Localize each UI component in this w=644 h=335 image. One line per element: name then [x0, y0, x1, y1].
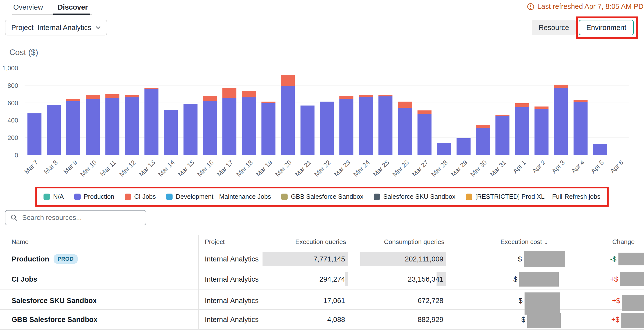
bar-segment-ci-jobs[interactable]	[534, 107, 549, 109]
project-filter-dropdown[interactable]: Project Internal Analytics	[5, 20, 107, 36]
bar-group[interactable]: Mar 30	[473, 68, 492, 155]
bar-segment-ci-jobs[interactable]	[340, 96, 354, 99]
bar-segment-production[interactable]	[456, 138, 470, 155]
bar-segment-ci-jobs[interactable]	[66, 99, 80, 101]
bar-group[interactable]: Apr 4	[571, 68, 590, 155]
bar-segment-production[interactable]	[261, 103, 275, 155]
table-row[interactable]: Salesforce SKU SandboxInternal Analytics…	[0, 289, 644, 310]
legend-item[interactable]: CI Jobs	[124, 193, 156, 200]
resource-toggle-button[interactable]: Resource	[532, 20, 576, 35]
legend-item[interactable]: GBB Salesforce Sandbox	[281, 193, 363, 200]
bar-group[interactable]: Mar 20	[278, 68, 298, 155]
resource-name-link[interactable]: GBB Salesforce Sandbox	[12, 315, 98, 324]
bar-group[interactable]: Mar 10	[83, 68, 102, 155]
bar-segment-production[interactable]	[164, 110, 178, 155]
bar-group[interactable]: Mar 23	[337, 68, 356, 155]
bar-segment-production[interactable]	[476, 128, 490, 155]
bar-group[interactable]: Mar 29	[454, 68, 473, 155]
bar-group[interactable]: Mar 22	[317, 68, 336, 155]
bar-segment-ci-jobs[interactable]	[261, 102, 275, 103]
tab-overview[interactable]: Overview	[12, 0, 44, 14]
bar-group[interactable]: Mar 8	[44, 68, 64, 155]
bar-group[interactable]: Apr 6	[610, 68, 629, 155]
bar-group[interactable]: Mar 31	[493, 68, 512, 155]
bar-group[interactable]: Mar 25	[376, 68, 395, 155]
bar-group[interactable]: Mar 18	[239, 68, 258, 155]
bar-segment-production[interactable]	[359, 97, 373, 155]
search-box[interactable]	[5, 210, 146, 225]
bar-segment-ci-jobs[interactable]	[125, 95, 139, 97]
bar-group[interactable]: Mar 9	[64, 68, 83, 155]
bar-group[interactable]: Mar 24	[356, 68, 376, 155]
bar-segment-production[interactable]	[593, 144, 607, 155]
search-resources-input[interactable]	[22, 213, 141, 222]
bar-segment-ci-jobs[interactable]	[417, 110, 432, 114]
bar-group[interactable]: Mar 27	[415, 68, 434, 155]
bar-segment-production[interactable]	[203, 101, 217, 155]
bar-segment-ci-jobs[interactable]	[203, 96, 217, 101]
bar-segment-ci-jobs[interactable]	[476, 125, 490, 128]
bar-group[interactable]: Apr 1	[512, 68, 532, 155]
bar-segment-ci-jobs[interactable]	[86, 95, 100, 99]
bar-segment-production[interactable]	[340, 99, 354, 155]
bar-segment-production[interactable]	[320, 102, 334, 155]
bar-group[interactable]: Mar 7	[24, 68, 44, 155]
bar-segment-production[interactable]	[47, 105, 61, 155]
bar-segment-ci-jobs[interactable]	[554, 85, 568, 88]
bar-group[interactable]: Mar 11	[102, 68, 122, 155]
bar-segment-production[interactable]	[183, 104, 198, 155]
legend-item[interactable]: Salesforce SKU Sandbox	[374, 193, 455, 200]
bar-segment-production[interactable]	[86, 99, 100, 155]
legend-item[interactable]: [RESTRICTED] Prod XL -- Full-Refresh job…	[466, 193, 600, 200]
resource-name-link[interactable]: CI Jobs	[12, 275, 37, 283]
bar-segment-ci-jobs[interactable]	[574, 100, 588, 102]
bar-segment-production[interactable]	[281, 86, 295, 155]
resource-name-link[interactable]: Salesforce SKU Sandbox	[12, 297, 97, 305]
legend-item[interactable]: N/A	[44, 193, 64, 200]
bar-segment-ci-jobs[interactable]	[515, 103, 529, 107]
bar-group[interactable]: Apr 2	[532, 68, 551, 155]
bar-group[interactable]: Mar 17	[220, 68, 239, 155]
bar-segment-ci-jobs[interactable]	[242, 91, 256, 97]
legend-item[interactable]: Production	[74, 193, 114, 200]
col-header-project[interactable]: Project	[198, 235, 267, 249]
sort-descending-icon[interactable]: ↓	[544, 238, 548, 246]
bar-group[interactable]: Mar 19	[258, 68, 278, 155]
table-row[interactable]: ProductionPRODInternal Analytics7,771,14…	[0, 249, 644, 269]
bar-segment-production[interactable]	[242, 97, 256, 155]
bar-segment-production[interactable]	[66, 101, 80, 155]
bar-segment-ci-jobs[interactable]	[359, 95, 373, 97]
col-header-consumption-queries[interactable]: Consumption queries	[348, 235, 446, 249]
legend-item[interactable]: Development - Maintenance Jobs	[166, 193, 271, 200]
col-header-name[interactable]: Name	[0, 235, 198, 249]
bar-segment-production[interactable]	[496, 116, 510, 155]
col-header-execution-queries[interactable]: Execution queries	[267, 235, 348, 249]
bar-segment-production[interactable]	[398, 108, 412, 155]
bar-segment-ci-jobs[interactable]	[281, 75, 295, 86]
bar-group[interactable]: Mar 13	[142, 68, 161, 155]
bar-segment-ci-jobs[interactable]	[378, 95, 392, 96]
bar-segment-production[interactable]	[300, 106, 314, 155]
bar-group[interactable]: Mar 15	[181, 68, 200, 155]
bar-segment-production[interactable]	[378, 96, 392, 155]
bar-segment-production[interactable]	[144, 89, 158, 155]
table-row[interactable]: CI JobsInternal Analytics294,27423,156,3…	[0, 269, 644, 289]
bar-group[interactable]: Mar 21	[298, 68, 317, 155]
bar-segment-production[interactable]	[574, 102, 588, 155]
bar-segment-ci-jobs[interactable]	[398, 102, 412, 108]
bar-segment-production[interactable]	[106, 98, 120, 155]
bar-group[interactable]: Mar 14	[161, 68, 181, 155]
environment-toggle-button[interactable]: Environment	[579, 20, 634, 35]
bar-segment-production[interactable]	[27, 113, 41, 155]
col-header-execution-cost[interactable]: Execution cost ↓	[446, 235, 550, 249]
bar-group[interactable]: Apr 3	[551, 68, 571, 155]
bar-segment-production[interactable]	[125, 97, 139, 155]
bar-group[interactable]: Mar 28	[434, 68, 454, 155]
bar-segment-production[interactable]	[437, 143, 451, 155]
bar-segment-production[interactable]	[222, 98, 236, 155]
bar-segment-production[interactable]	[417, 114, 432, 155]
bar-group[interactable]: Mar 26	[395, 68, 415, 155]
col-header-change[interactable]: Change	[550, 235, 644, 249]
bar-group[interactable]: Apr 5	[590, 68, 610, 155]
bar-segment-production[interactable]	[534, 109, 549, 155]
